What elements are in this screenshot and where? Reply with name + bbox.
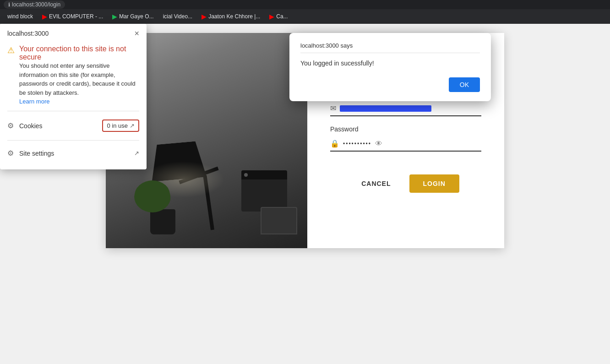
security-warning: ⚠ Your connection to this site is not se… xyxy=(7,45,139,105)
browser-top-bar: ℹ localhost:3000/login xyxy=(0,0,610,9)
youtube-icon: ▶ xyxy=(42,13,47,20)
popup-header: localhost:3000 × xyxy=(0,24,147,41)
cookies-row: ⚙ Cookies 0 in use ↗ xyxy=(7,115,139,136)
alert-dialog: localhost:3000 says You logged in sucess… xyxy=(289,33,491,101)
cookies-count: 0 in use xyxy=(107,122,128,129)
cookies-row-left: ⚙ Cookies xyxy=(7,121,43,130)
email-icon: ✉ xyxy=(330,104,336,113)
security-popup: localhost:3000 × ⚠ Your connection to th… xyxy=(0,24,147,169)
bookmark-ca[interactable]: ▶ Ca... xyxy=(266,11,291,22)
popup-close-button[interactable]: × xyxy=(134,29,139,38)
spotify-icon: ▶ xyxy=(112,13,117,20)
laptop xyxy=(261,207,297,234)
cookies-label: Cookies xyxy=(19,122,43,130)
plant-pot xyxy=(150,209,175,234)
url-text: localhost:3000/login xyxy=(12,1,60,8)
login-button[interactable]: LOGIN xyxy=(409,174,459,193)
bookmarks-bar: wind block ▶ EVIL COMPUTER - ... ▶ Mar G… xyxy=(0,9,610,24)
plant-leaves xyxy=(134,180,171,212)
warning-title: Your connection to this site is not secu… xyxy=(19,45,139,61)
bookmark-label: Jaaton Ke Chhore |... xyxy=(208,13,260,20)
site-settings-label: Site settings xyxy=(19,150,54,157)
bookmark-label: EVIL COMPUTER - ... xyxy=(49,13,103,20)
cookies-external-link-icon[interactable]: ↗ xyxy=(130,122,135,129)
warning-content: Your connection to this site is not secu… xyxy=(19,45,139,105)
form-buttons: CANCEL LOGIN xyxy=(352,174,459,193)
bookmark-label: wind block xyxy=(7,13,33,20)
bookmark-evil-computer[interactable]: ▶ EVIL COMPUTER - ... xyxy=(38,11,107,22)
cookies-badge[interactable]: 0 in use ↗ xyxy=(102,120,139,132)
popup-title: localhost:3000 xyxy=(7,30,49,37)
password-input-wrapper: 🔒 •••••••••• 👁 xyxy=(330,136,481,152)
clapper-top xyxy=(241,170,287,179)
clapper-dot xyxy=(244,173,248,177)
bookmark-jaaton[interactable]: ▶ Jaaton Ke Chhore |... xyxy=(198,11,264,22)
alert-message: You logged in sucessfully! xyxy=(300,59,480,68)
email-input-blurred[interactable] xyxy=(340,105,431,112)
ok-button[interactable]: OK xyxy=(449,77,480,92)
site-settings-row-left: ⚙ Site settings xyxy=(7,149,54,158)
bookmark-wind-block[interactable]: wind block xyxy=(4,11,37,22)
password-label: Password xyxy=(330,125,481,133)
cookies-icon: ⚙ xyxy=(7,121,14,130)
alert-buttons: OK xyxy=(300,77,480,92)
toggle-password-icon[interactable]: 👁 xyxy=(375,140,382,148)
bookmark-icial-video[interactable]: icial Video... xyxy=(159,11,196,22)
warning-triangle-icon: ⚠ xyxy=(7,45,15,105)
cancel-button[interactable]: CANCEL xyxy=(352,175,400,192)
bookmark-label: Mar Gaye O... xyxy=(119,13,153,20)
youtube-icon-3: ▶ xyxy=(269,13,274,20)
lock-icon: 🔒 xyxy=(330,139,339,148)
site-settings-icon: ⚙ xyxy=(7,149,14,158)
bookmark-mar-gaye[interactable]: ▶ Mar Gaye O... xyxy=(109,11,157,22)
bookmark-label: Ca... xyxy=(276,13,288,20)
site-settings-row[interactable]: ⚙ Site settings ↗ xyxy=(7,144,139,162)
popup-body: ⚠ Your connection to this site is not se… xyxy=(0,41,147,169)
address-bar[interactable]: ℹ localhost:3000/login xyxy=(4,0,65,9)
bookmark-label: icial Video... xyxy=(163,13,192,20)
youtube-icon-2: ▶ xyxy=(202,13,207,20)
alert-header: localhost:3000 says xyxy=(300,42,480,53)
info-icon: ℹ xyxy=(8,2,10,8)
password-input[interactable]: •••••••••• xyxy=(343,141,371,147)
learn-more-link[interactable]: Learn more xyxy=(19,98,49,105)
clapperboard xyxy=(241,170,287,212)
password-form-group: Password 🔒 •••••••••• 👁 xyxy=(330,125,481,152)
popup-divider-1 xyxy=(7,111,139,111)
email-input-wrapper: ✉ xyxy=(330,101,481,116)
site-settings-external-link-icon[interactable]: ↗ xyxy=(134,150,139,157)
popup-divider-2 xyxy=(7,140,139,141)
main-content: Login Email ✉ Password 🔒 •••••••••• 👁 xyxy=(0,24,610,364)
warning-body-text: You should not enter any sensitive infor… xyxy=(19,61,139,97)
